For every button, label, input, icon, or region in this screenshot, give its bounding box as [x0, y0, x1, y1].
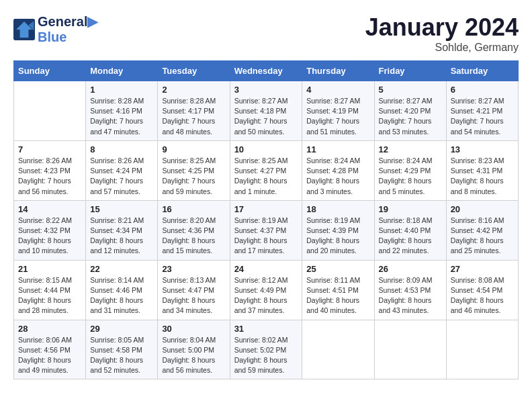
calendar-cell: 22Sunrise: 8:14 AMSunset: 4:46 PMDayligh… — [86, 260, 158, 320]
calendar-cell: 4Sunrise: 8:27 AMSunset: 4:19 PMDaylight… — [302, 81, 374, 141]
calendar-cell — [14, 81, 86, 141]
day-number: 7 — [18, 144, 81, 154]
day-info: Sunrise: 8:18 AMSunset: 4:40 PMDaylight:… — [379, 216, 442, 257]
calendar-cell: 8Sunrise: 8:26 AMSunset: 4:24 PMDaylight… — [86, 140, 158, 200]
calendar-cell: 7Sunrise: 8:26 AMSunset: 4:23 PMDaylight… — [14, 140, 86, 200]
day-number: 1 — [90, 85, 153, 95]
calendar-cell: 11Sunrise: 8:24 AMSunset: 4:28 PMDayligh… — [302, 140, 374, 200]
calendar-week-3: 14Sunrise: 8:22 AMSunset: 4:32 PMDayligh… — [14, 200, 519, 260]
day-number: 17 — [234, 204, 298, 214]
day-info: Sunrise: 8:26 AMSunset: 4:23 PMDaylight:… — [18, 156, 81, 197]
day-info: Sunrise: 8:24 AMSunset: 4:28 PMDaylight:… — [306, 156, 369, 197]
day-info: Sunrise: 8:19 AMSunset: 4:39 PMDaylight:… — [306, 216, 369, 257]
day-info: Sunrise: 8:19 AMSunset: 4:37 PMDaylight:… — [234, 216, 298, 257]
day-info: Sunrise: 8:02 AMSunset: 5:02 PMDaylight:… — [234, 335, 298, 376]
calendar-cell: 15Sunrise: 8:21 AMSunset: 4:34 PMDayligh… — [86, 200, 158, 260]
col-header-saturday: Saturday — [446, 61, 518, 81]
day-number: 20 — [451, 204, 514, 214]
day-info: Sunrise: 8:28 AMSunset: 4:17 PMDaylight:… — [162, 96, 225, 137]
calendar-cell: 14Sunrise: 8:22 AMSunset: 4:32 PMDayligh… — [14, 200, 86, 260]
day-info: Sunrise: 8:21 AMSunset: 4:34 PMDaylight:… — [90, 216, 153, 257]
day-info: Sunrise: 8:20 AMSunset: 4:36 PMDaylight:… — [162, 216, 225, 257]
day-number: 18 — [306, 204, 369, 214]
calendar-cell: 26Sunrise: 8:09 AMSunset: 4:53 PMDayligh… — [374, 260, 446, 320]
page-header: General▶ Blue January 2024 Sohlde, Germa… — [13, 13, 519, 54]
calendar-week-4: 21Sunrise: 8:15 AMSunset: 4:44 PMDayligh… — [14, 260, 519, 320]
day-number: 6 — [451, 85, 514, 95]
calendar-cell: 28Sunrise: 8:06 AMSunset: 4:56 PMDayligh… — [14, 320, 86, 379]
calendar-cell: 12Sunrise: 8:24 AMSunset: 4:29 PMDayligh… — [374, 140, 446, 200]
day-number: 5 — [379, 85, 442, 95]
day-info: Sunrise: 8:27 AMSunset: 4:18 PMDaylight:… — [234, 96, 298, 137]
calendar-cell: 17Sunrise: 8:19 AMSunset: 4:37 PMDayligh… — [230, 200, 302, 260]
day-info: Sunrise: 8:25 AMSunset: 4:25 PMDaylight:… — [162, 156, 225, 197]
day-number: 28 — [18, 324, 81, 334]
day-info: Sunrise: 8:05 AMSunset: 4:58 PMDaylight:… — [90, 335, 153, 376]
day-number: 31 — [234, 324, 298, 334]
day-info: Sunrise: 8:23 AMSunset: 4:31 PMDaylight:… — [451, 156, 514, 197]
day-info: Sunrise: 8:06 AMSunset: 4:56 PMDaylight:… — [18, 335, 81, 376]
calendar-week-5: 28Sunrise: 8:06 AMSunset: 4:56 PMDayligh… — [14, 320, 519, 379]
day-number: 13 — [451, 144, 514, 154]
day-info: Sunrise: 8:25 AMSunset: 4:27 PMDaylight:… — [234, 156, 298, 197]
day-info: Sunrise: 8:12 AMSunset: 4:49 PMDaylight:… — [234, 275, 298, 316]
calendar-cell: 20Sunrise: 8:16 AMSunset: 4:42 PMDayligh… — [446, 200, 518, 260]
day-number: 27 — [451, 264, 514, 274]
day-info: Sunrise: 8:24 AMSunset: 4:29 PMDaylight:… — [379, 156, 442, 197]
day-number: 21 — [18, 264, 81, 274]
day-number: 12 — [379, 144, 442, 154]
logo-icon — [13, 19, 35, 40]
col-header-tuesday: Tuesday — [158, 61, 230, 81]
day-info: Sunrise: 8:11 AMSunset: 4:51 PMDaylight:… — [306, 275, 369, 316]
logo: General▶ Blue — [13, 13, 97, 45]
calendar-cell: 19Sunrise: 8:18 AMSunset: 4:40 PMDayligh… — [374, 200, 446, 260]
calendar-cell: 5Sunrise: 8:27 AMSunset: 4:20 PMDaylight… — [374, 81, 446, 141]
calendar-week-2: 7Sunrise: 8:26 AMSunset: 4:23 PMDaylight… — [14, 140, 519, 200]
day-number: 26 — [379, 264, 442, 274]
col-header-monday: Monday — [86, 61, 158, 81]
day-number: 8 — [90, 144, 153, 154]
day-info: Sunrise: 8:08 AMSunset: 4:54 PMDaylight:… — [451, 275, 514, 316]
calendar-cell: 13Sunrise: 8:23 AMSunset: 4:31 PMDayligh… — [446, 140, 518, 200]
calendar-cell: 25Sunrise: 8:11 AMSunset: 4:51 PMDayligh… — [302, 260, 374, 320]
day-info: Sunrise: 8:27 AMSunset: 4:21 PMDaylight:… — [451, 96, 514, 137]
day-number: 16 — [162, 204, 225, 214]
calendar-cell — [374, 320, 446, 379]
calendar-cell — [446, 320, 518, 379]
day-info: Sunrise: 8:16 AMSunset: 4:42 PMDaylight:… — [451, 216, 514, 257]
day-number: 15 — [90, 204, 153, 214]
day-number: 29 — [90, 324, 153, 334]
day-number: 11 — [306, 144, 369, 154]
day-info: Sunrise: 8:09 AMSunset: 4:53 PMDaylight:… — [379, 275, 442, 316]
day-number: 4 — [306, 85, 369, 95]
col-header-thursday: Thursday — [302, 61, 374, 81]
day-number: 14 — [18, 204, 81, 214]
day-info: Sunrise: 8:26 AMSunset: 4:24 PMDaylight:… — [90, 156, 153, 197]
title-block: January 2024 Sohlde, Germany — [365, 13, 519, 54]
calendar-cell: 10Sunrise: 8:25 AMSunset: 4:27 PMDayligh… — [230, 140, 302, 200]
day-number: 3 — [234, 85, 298, 95]
day-number: 9 — [162, 144, 225, 154]
day-number: 25 — [306, 264, 369, 274]
day-info: Sunrise: 8:27 AMSunset: 4:20 PMDaylight:… — [379, 96, 442, 137]
day-number: 22 — [90, 264, 153, 274]
day-info: Sunrise: 8:22 AMSunset: 4:32 PMDaylight:… — [18, 216, 81, 257]
day-info: Sunrise: 8:15 AMSunset: 4:44 PMDaylight:… — [18, 275, 81, 316]
calendar-cell: 27Sunrise: 8:08 AMSunset: 4:54 PMDayligh… — [446, 260, 518, 320]
day-info: Sunrise: 8:14 AMSunset: 4:46 PMDaylight:… — [90, 275, 153, 316]
day-number: 30 — [162, 324, 225, 334]
day-number: 24 — [234, 264, 298, 274]
calendar-cell: 16Sunrise: 8:20 AMSunset: 4:36 PMDayligh… — [158, 200, 230, 260]
month-title: January 2024 — [365, 13, 519, 42]
calendar-week-1: 1Sunrise: 8:28 AMSunset: 4:16 PMDaylight… — [14, 81, 519, 141]
calendar-cell: 24Sunrise: 8:12 AMSunset: 4:49 PMDayligh… — [230, 260, 302, 320]
day-info: Sunrise: 8:13 AMSunset: 4:47 PMDaylight:… — [162, 275, 225, 316]
calendar-cell: 18Sunrise: 8:19 AMSunset: 4:39 PMDayligh… — [302, 200, 374, 260]
calendar-header-row: SundayMondayTuesdayWednesdayThursdayFrid… — [14, 61, 519, 81]
col-header-friday: Friday — [374, 61, 446, 81]
day-info: Sunrise: 8:28 AMSunset: 4:16 PMDaylight:… — [90, 96, 153, 137]
location-subtitle: Sohlde, Germany — [365, 42, 519, 54]
calendar-cell: 29Sunrise: 8:05 AMSunset: 4:58 PMDayligh… — [86, 320, 158, 379]
calendar-cell: 6Sunrise: 8:27 AMSunset: 4:21 PMDaylight… — [446, 81, 518, 141]
calendar-cell: 1Sunrise: 8:28 AMSunset: 4:16 PMDaylight… — [86, 81, 158, 141]
